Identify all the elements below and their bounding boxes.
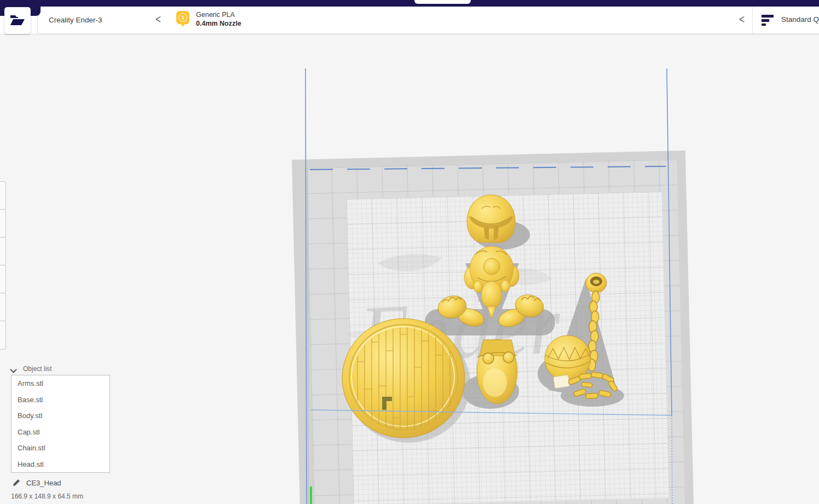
nozzle-size: 0.4mm Nozzle (196, 20, 241, 27)
chevron-down-icon[interactable] (11, 366, 16, 372)
print-settings-label: Standard Qua (781, 15, 819, 24)
object-list: Arms.stl Base.stl Body.stl Cap.stl Chain… (11, 375, 110, 473)
origin-axes (310, 486, 344, 504)
list-item[interactable]: Head.stl (11, 456, 109, 473)
list-item[interactable]: Cap.stl (11, 424, 109, 441)
pencil-icon (12, 478, 21, 487)
model-cap[interactable] (467, 195, 515, 242)
open-folder-icon (10, 14, 25, 27)
viewport-3d[interactable]: Ender (0, 34, 819, 504)
open-file-button[interactable] (4, 7, 31, 34)
stage-menu-bar (0, 0, 819, 7)
printer-selector[interactable]: Creality Ender-3 < (37, 7, 168, 34)
model-head[interactable] (477, 339, 517, 404)
extruder-number: 1 (178, 13, 187, 22)
list-item[interactable]: Chain.stl (11, 440, 109, 456)
material-name: Generic PLA (196, 11, 235, 19)
print-quality-icon (762, 15, 776, 26)
object-list-header[interactable]: Object list (11, 364, 52, 374)
material-pin-icon: 1 (176, 11, 189, 24)
list-item[interactable]: Arms.stl (11, 375, 109, 392)
project-name-row[interactable]: CE3_Head (12, 478, 61, 487)
tool-button[interactable] (0, 181, 6, 210)
tool-button[interactable] (0, 321, 6, 350)
object-list-title: Object list (23, 365, 52, 373)
printer-name: Creality Ender-3 (49, 16, 102, 24)
tool-button[interactable] (0, 293, 6, 322)
tool-button[interactable] (0, 265, 6, 294)
active-stage-tab[interactable] (414, 0, 471, 4)
chevron-collapse-icon[interactable]: < (155, 14, 161, 26)
tool-button[interactable] (0, 209, 6, 238)
model-dimensions: 166.9 x 148.9 x 64.5 mm (11, 493, 83, 500)
project-name: CE3_Head (26, 479, 61, 487)
list-item[interactable]: Base.stl (11, 392, 109, 408)
chevron-collapse-icon[interactable]: < (739, 14, 745, 26)
configuration-header: Creality Ender-3 < 1 Generic PLA 0.4mm N… (0, 7, 819, 34)
scene-overlay: Ender (0, 68, 819, 504)
list-item[interactable]: Body.stl (11, 408, 109, 424)
print-settings-selector[interactable]: Standard Qua (752, 7, 819, 34)
material-selector[interactable]: 1 Generic PLA 0.4mm Nozzle < (168, 7, 753, 34)
tool-button[interactable] (0, 237, 6, 266)
